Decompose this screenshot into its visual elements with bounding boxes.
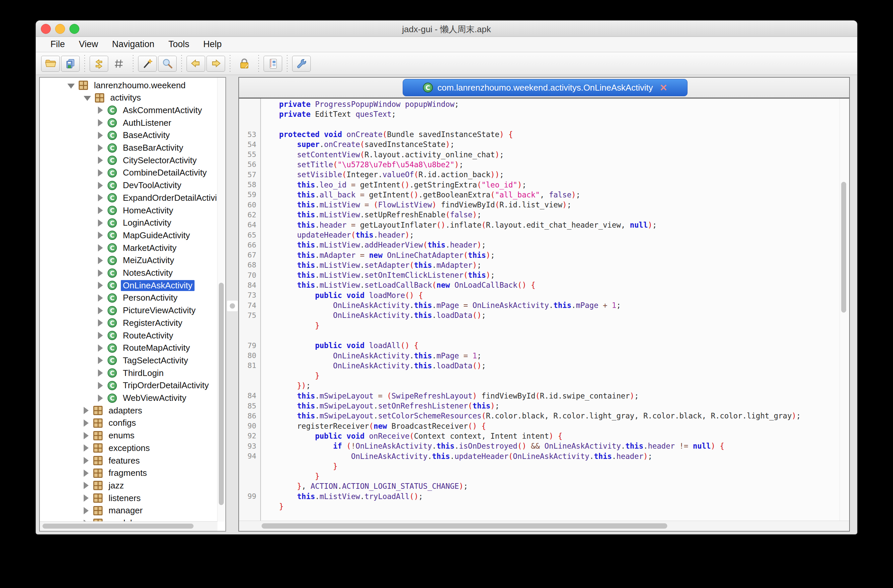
tree-item-label[interactable]: exceptions bbox=[107, 442, 152, 454]
tree-item-label[interactable]: activitys bbox=[108, 92, 143, 103]
tree-item-label[interactable]: NotesActivity bbox=[121, 267, 174, 278]
code-line[interactable]: 56 setTitle("\u5728\u7ebf\u54a8\u8be2"); bbox=[239, 160, 849, 170]
tree-item-label[interactable]: configs bbox=[107, 417, 138, 428]
collapse-arrow-icon[interactable] bbox=[68, 84, 75, 88]
tree-item-exceptions[interactable]: exceptions bbox=[40, 442, 152, 454]
tree-item-fragments[interactable]: fragments bbox=[40, 467, 149, 480]
tree-item-label[interactable]: RouteActivity bbox=[121, 330, 175, 341]
tab-close-icon[interactable]: ✕ bbox=[660, 82, 667, 93]
expand-arrow-icon[interactable] bbox=[84, 507, 89, 514]
expand-arrow-icon[interactable] bbox=[98, 332, 103, 339]
editor-vertical-scrollbar-thumb[interactable] bbox=[841, 182, 846, 313]
code-line[interactable]: 58 this.leo_id = getIntent().getStringEx… bbox=[239, 180, 849, 189]
tree-item-triporderdetailactivity[interactable]: CTripOrderDetailActivity bbox=[40, 379, 211, 392]
code-line[interactable]: }, ACTION.ACTION_LOGIN_STATUS_CHANGE); bbox=[239, 481, 849, 491]
code-line[interactable]: 86 this.mSwipeLayout.setColorSchemeResou… bbox=[239, 411, 849, 421]
expand-arrow-icon[interactable] bbox=[84, 432, 89, 440]
tree-item-label[interactable]: manager bbox=[107, 505, 145, 516]
tree-item-label[interactable]: BaseActivity bbox=[121, 130, 172, 141]
tree-item-listeners[interactable]: listeners bbox=[40, 492, 143, 504]
code-line[interactable]: private ProgressPopupWindow popupWindow; bbox=[239, 99, 849, 109]
expand-arrow-icon[interactable] bbox=[98, 182, 103, 189]
tree-item-basebaractivity[interactable]: CBaseBarActivity bbox=[40, 142, 185, 154]
code-line[interactable] bbox=[239, 330, 849, 340]
tree-item-enums[interactable]: enums bbox=[40, 429, 137, 442]
tree-item-authlistener[interactable]: CAuthListener bbox=[40, 117, 173, 129]
tree-item-label[interactable]: PersonActivity bbox=[121, 292, 180, 303]
expand-arrow-icon[interactable] bbox=[98, 144, 103, 152]
tree-item-configs[interactable]: configs bbox=[40, 417, 138, 429]
expand-arrow-icon[interactable] bbox=[98, 119, 103, 126]
tree-item-label[interactable]: jazz bbox=[107, 480, 126, 491]
code-line[interactable]: 92 public void onReceive(Context context… bbox=[239, 431, 849, 441]
tree-item-homeactivity[interactable]: CHomeActivity bbox=[40, 204, 175, 217]
code-line[interactable]: 64 this.header = getLayoutInflater().inf… bbox=[239, 220, 849, 230]
menu-help[interactable]: Help bbox=[196, 39, 229, 50]
expand-arrow-icon[interactable] bbox=[98, 282, 103, 289]
code-line[interactable]: 73 public void loadMore() { bbox=[239, 290, 849, 300]
code-line[interactable]: private EditText quesText; bbox=[239, 109, 849, 119]
expand-arrow-icon[interactable] bbox=[98, 369, 103, 376]
code-line[interactable]: 53 protected void onCreate(Bundle savedI… bbox=[239, 129, 849, 140]
expand-arrow-icon[interactable] bbox=[98, 169, 103, 177]
expand-arrow-icon[interactable] bbox=[98, 157, 103, 164]
expand-arrow-icon[interactable] bbox=[84, 494, 89, 502]
tree-item-label[interactable]: WebViewActivity bbox=[121, 393, 188, 404]
forward-button[interactable] bbox=[206, 56, 225, 72]
code-line[interactable]: 93 if (!OnLineAskActivity.this.isOnDestr… bbox=[239, 441, 849, 451]
code-line[interactable]: 79 public void loadAll() { bbox=[239, 340, 849, 350]
code-line[interactable]: 70 this.mListView.setOnItemClickListener… bbox=[239, 270, 849, 280]
deobfuscation-button[interactable] bbox=[138, 56, 157, 72]
tree-item-label[interactable]: lanrenzhoumo.weekend bbox=[92, 80, 188, 91]
tree-horizontal-scrollbar-thumb[interactable] bbox=[42, 524, 194, 529]
code-line[interactable]: }); bbox=[239, 381, 849, 390]
tree-item-marketactivity[interactable]: CMarketActivity bbox=[40, 242, 179, 254]
tree-item-activitys[interactable]: activitys bbox=[40, 92, 143, 104]
expand-arrow-icon[interactable] bbox=[98, 219, 103, 226]
code-line[interactable]: 81 OnLineAskActivity.this.loadData(); bbox=[239, 361, 849, 370]
code-line[interactable]: 99 this.mListView.tryLoadAll(); bbox=[239, 492, 849, 501]
tree-item-thirdlogin[interactable]: CThirdLogin bbox=[40, 367, 165, 379]
expand-arrow-icon[interactable] bbox=[98, 307, 103, 314]
menu-tools[interactable]: Tools bbox=[161, 39, 196, 50]
log-viewer-button[interactable] bbox=[263, 56, 282, 72]
tree-item-label[interactable]: DevToolActivity bbox=[121, 180, 183, 191]
tree-item-label[interactable]: fragments bbox=[107, 468, 149, 478]
expand-arrow-icon[interactable] bbox=[98, 294, 103, 302]
editor-horizontal-scrollbar[interactable] bbox=[239, 520, 849, 531]
collapse-arrow-icon[interactable] bbox=[84, 96, 91, 101]
sync-button[interactable] bbox=[90, 56, 108, 72]
tree-item-cityselectoractivity[interactable]: CCitySelectorActivity bbox=[40, 154, 199, 166]
tree-item-label[interactable]: BaseBarActivity bbox=[121, 142, 185, 153]
tree-vertical-scrollbar-thumb[interactable] bbox=[219, 283, 224, 505]
tree-item-label[interactable]: MapGuideActivity bbox=[121, 230, 192, 241]
tree-item-webviewactivity[interactable]: CWebViewActivity bbox=[40, 392, 188, 405]
code-editor[interactable]: private ProgressPopupWindow popupWindow;… bbox=[239, 99, 849, 521]
code-line[interactable]: } bbox=[239, 471, 849, 481]
code-line[interactable]: 59 this.all_back = getIntent().getBoolea… bbox=[239, 190, 849, 200]
code-line[interactable]: } bbox=[239, 461, 849, 471]
tree-item-label[interactable]: AskCommentActivity bbox=[121, 105, 204, 116]
tree-item-label[interactable]: LoginActivity bbox=[121, 218, 173, 228]
expand-arrow-icon[interactable] bbox=[98, 244, 103, 252]
tree-vertical-scrollbar[interactable] bbox=[217, 78, 226, 522]
tree-item-label[interactable]: adapters bbox=[107, 405, 144, 416]
flat-packages-button[interactable] bbox=[110, 56, 128, 72]
code-line[interactable]: 55 setContentView(R.layout.activity_onli… bbox=[239, 149, 849, 159]
tree-item-label[interactable]: features bbox=[107, 455, 142, 466]
expand-arrow-icon[interactable] bbox=[98, 345, 103, 352]
tree-item-lanrenzhoumo.weekend[interactable]: lanrenzhoumo.weekend bbox=[40, 79, 188, 92]
search-button[interactable] bbox=[158, 56, 177, 72]
panel-splitter[interactable] bbox=[226, 77, 238, 532]
lock-edit-button[interactable] bbox=[235, 56, 254, 72]
tree-item-label[interactable]: ThirdLogin bbox=[121, 368, 165, 379]
expand-arrow-icon[interactable] bbox=[98, 357, 103, 364]
tree-item-label[interactable]: PictureViewActivity bbox=[121, 305, 197, 316]
expand-arrow-icon[interactable] bbox=[98, 394, 103, 402]
tree-item-manager[interactable]: manager bbox=[40, 504, 145, 517]
tree-item-jazz[interactable]: jazz bbox=[40, 479, 126, 492]
tree-item-label[interactable]: TripOrderDetailActivity bbox=[121, 380, 211, 391]
expand-arrow-icon[interactable] bbox=[98, 132, 103, 139]
tree-item-label[interactable]: HomeActivity bbox=[121, 205, 175, 216]
code-line[interactable]: } bbox=[239, 321, 849, 330]
